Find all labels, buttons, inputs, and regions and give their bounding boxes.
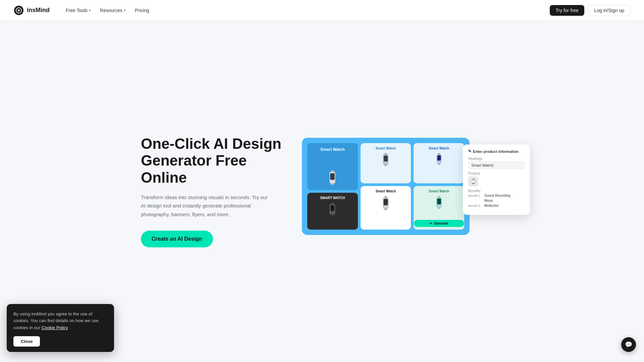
svg-rect-18 [384,208,387,210]
watch-label-7: Smart Watch [429,189,449,193]
watch-label-3: Smart Watch [429,146,449,150]
benefit-1-row: Benefit 1 Sound Recording [468,194,525,197]
headings-input[interactable]: Smart Watch| [468,162,525,169]
watch-card-2: Smart Watch [361,143,411,183]
chat-button[interactable]: 💬 [621,337,636,352]
watch-icon-3 [432,152,446,166]
edit-icon: ✎ [468,149,471,154]
svg-rect-20 [437,155,441,161]
cookie-policy-link[interactable]: Cookie Policy [42,325,68,330]
svg-rect-16 [384,199,388,205]
svg-rect-17 [384,196,387,198]
svg-rect-22 [438,163,440,165]
login-button[interactable]: Log in/Sign up [588,5,631,16]
watch-icon-6 [378,195,394,211]
svg-rect-12 [384,156,388,162]
hero-title: One-Click AI Design Generator Free Onlin… [141,135,282,186]
watch-icon-1 [324,169,341,186]
benefit-3-row: Benefit 3 Multicolor [468,204,525,207]
panel-headings-row: Headings Smart Watch| [468,157,525,169]
watch-card-7: Smart Watch ✦ Generate [414,186,464,230]
benefit-2-row: Music [468,199,525,202]
svg-rect-21 [438,153,440,155]
watch-card-1: Smart Watch [307,143,358,190]
panel-title: ✎ Enter product information [468,149,525,154]
svg-rect-26 [438,207,440,209]
watch-label-2: Smart Watch [376,146,396,150]
svg-rect-8 [330,205,334,211]
navbar: insMind Free Tools ▾ Resources ▾ Pricing… [0,0,644,21]
chevron-down-icon: ▾ [124,8,125,12]
logo[interactable]: insMind [13,5,50,16]
hero-text: One-Click AI Design Generator Free Onlin… [141,135,282,247]
svg-rect-14 [384,165,387,166]
watch-grid: Smart Watch SMART WATCH [302,138,470,235]
watch-icon-7 [432,195,446,210]
svg-rect-4 [330,173,335,180]
svg-rect-9 [331,203,334,204]
cookie-text: By using insMind you agree to the use of… [13,311,107,331]
watch-icon-2 [378,152,393,167]
nav-resources[interactable]: Resources ▾ [96,6,129,15]
watch-card-6: Smart Watch [361,186,411,230]
svg-point-2 [18,9,20,11]
hero-visual: Smart Watch SMART WATCH [302,138,503,245]
product-image: ⌚ [468,176,478,186]
svg-rect-25 [438,196,440,197]
create-ai-design-button[interactable]: Create an AI Design [141,231,213,247]
nav-actions: Try for free Log in/Sign up [550,5,631,16]
watch-icon-5 [325,202,340,217]
cookie-close-button[interactable]: Close [13,336,40,347]
watch-label-6: Smart Watch [376,189,396,193]
svg-rect-10 [331,214,334,216]
product-info-panel: ✎ Enter product information Headings Sma… [463,144,530,215]
cookie-banner: By using insMind you agree to the use of… [7,304,114,352]
logo-icon [13,5,24,16]
nav-free-tools[interactable]: Free Tools ▾ [62,6,95,15]
try-for-free-button[interactable]: Try for free [550,5,585,16]
svg-rect-6 [331,183,334,185]
watch-label-5: SMART WATCH [320,196,345,200]
nav-pricing[interactable]: Pricing [131,6,153,15]
svg-rect-5 [331,170,334,172]
watch-card-3: Smart Watch [414,143,464,183]
watch-label-1: Smart Watch [320,147,345,152]
generate-button[interactable]: ✦ Generate [414,220,464,227]
nav-links: Free Tools ▾ Resources ▾ Pricing [62,6,153,15]
watch-card-5: SMART WATCH [307,193,358,230]
chat-icon: 💬 [625,341,632,348]
panel-benefits-row: Benefits Benefit 1 Sound Recording Music… [468,189,525,207]
logo-text: insMind [27,7,50,14]
panel-product-row: Product ⌚ [468,172,525,186]
svg-rect-24 [437,198,441,204]
hero-subtitle: Transform ideas into stunning visuals in… [141,193,268,219]
chevron-down-icon: ▾ [89,8,91,12]
svg-rect-13 [384,153,387,155]
